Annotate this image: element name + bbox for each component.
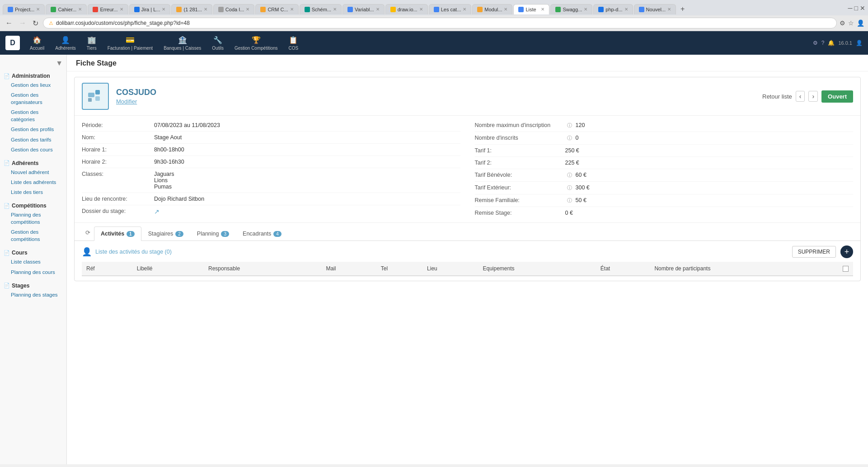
sidebar-link-gestion-organisateurs[interactable]: Gestion des organisateurs: [4, 90, 63, 107]
extensions-icon[interactable]: ⚙: [840, 19, 845, 27]
nav-adherents-label: Adhérents: [55, 46, 76, 51]
browser-tab-crm[interactable]: CRM C... ✕: [255, 4, 298, 14]
tab-close[interactable]: ✕: [624, 7, 628, 12]
tarif-benevole-value: 60 €: [576, 172, 586, 178]
nav-cos-label: COS: [289, 46, 299, 51]
browser-tab-erreur[interactable]: Erreur... ✕: [88, 4, 128, 14]
tab-close[interactable]: ✕: [667, 7, 671, 12]
page-header: Fiche Stage: [67, 55, 868, 71]
tab-activites-label: Activités: [101, 231, 124, 237]
back-button[interactable]: ←: [4, 18, 14, 28]
nav-cos[interactable]: 📋 COS: [284, 33, 303, 53]
remise-familiale-value: 50 €: [576, 197, 586, 203]
browser-tab-project[interactable]: Project... ✕: [3, 4, 45, 14]
nav-tiers[interactable]: 🏢 Tiers: [82, 33, 101, 53]
tab-close[interactable]: ✕: [463, 7, 466, 12]
browser-tab-php[interactable]: php-d... ✕: [593, 4, 633, 14]
tab-activites[interactable]: Activités 1: [94, 226, 141, 241]
browser-tab-coda[interactable]: Coda I... ✕: [213, 4, 255, 14]
tab-encadrants[interactable]: Encadrants 4: [236, 226, 288, 241]
facturation-icon: 💳: [126, 36, 135, 44]
browser-tab-nouvel[interactable]: Nouvel... ✕: [634, 4, 676, 14]
sidebar-link-gestion-profils[interactable]: Gestion des profils: [4, 124, 63, 134]
col-lieu: Lieu: [422, 262, 478, 276]
browser-tab-cahier[interactable]: Cahier... ✕: [46, 4, 87, 14]
nav-outils[interactable]: 🔧 Outils: [207, 33, 228, 53]
tab-close[interactable]: ✕: [246, 7, 249, 12]
nav-tiers-label: Tiers: [87, 46, 97, 51]
select-all-checkbox[interactable]: [843, 266, 849, 272]
browser-tab-1281[interactable]: (1 281... ✕: [171, 4, 212, 14]
nav-accueil[interactable]: 🏠 Accueil: [25, 33, 49, 53]
sidebar-link-gestion-competitions[interactable]: Gestion des compétitions: [4, 227, 63, 244]
tab-close[interactable]: ✕: [504, 7, 507, 12]
tab-close[interactable]: ✕: [162, 7, 165, 12]
nav-banques[interactable]: 🏦 Banques | Caisses: [159, 33, 206, 53]
maximize-button[interactable]: □: [854, 5, 858, 12]
sidebar-link-planning-stages[interactable]: Planning des stages: [4, 290, 63, 300]
help-icon[interactable]: ?: [821, 40, 825, 46]
next-button[interactable]: ›: [808, 91, 818, 102]
browser-tab-jira[interactable]: Jira | L... ✕: [129, 4, 171, 14]
modifier-link[interactable]: Modifier: [116, 98, 156, 105]
sidebar-link-nouvel-adherent[interactable]: Nouvel adhérent: [4, 167, 63, 177]
browser-tab-schema[interactable]: Schém... ✕: [300, 4, 342, 14]
tab-bar: Project... ✕ Cahier... ✕ Erreur... ✕ Jir…: [0, 0, 868, 15]
tab-close[interactable]: ✕: [120, 7, 123, 12]
sidebar-link-gestion-categories[interactable]: Gestion des catégories: [4, 107, 63, 124]
browser-tab-variable[interactable]: Variabl... ✕: [343, 4, 385, 14]
bookmark-icon[interactable]: ☆: [848, 19, 854, 27]
tab-close[interactable]: ✕: [541, 7, 544, 12]
sidebar-link-planning-competitions[interactable]: Planning des compétitions: [4, 210, 63, 227]
svg-rect-1: [95, 90, 100, 94]
external-link-icon[interactable]: ↗: [154, 208, 160, 215]
tab-close[interactable]: ✕: [376, 7, 380, 12]
tab-close[interactable]: ✕: [419, 7, 423, 12]
sidebar-toggle[interactable]: ▼: [0, 58, 66, 68]
sidebar-link-planning-cours[interactable]: Planning des cours: [4, 267, 63, 277]
sidebar-link-liste-classes[interactable]: Liste classes: [4, 257, 63, 267]
activities-list-link[interactable]: Liste des activités du stage (0): [95, 249, 172, 255]
sidebar-link-gestion-tarifs[interactable]: Gestion des tarifs: [4, 135, 63, 145]
nav-gestion-competitions[interactable]: 🏆 Gestion Compétitions: [230, 33, 282, 53]
sidebar-link-gestion-lieux[interactable]: Gestion des lieux: [4, 80, 63, 90]
alert-icon[interactable]: 🔔: [828, 40, 835, 46]
user-avatar[interactable]: 👤: [856, 40, 863, 46]
app-logo[interactable]: D: [5, 36, 20, 50]
nav-adherents[interactable]: 👤 Adhérents: [51, 33, 80, 53]
prev-button[interactable]: ‹: [796, 91, 805, 102]
status-button[interactable]: Ouvert: [821, 90, 853, 103]
supprimer-button[interactable]: SUPPRIMER: [792, 246, 836, 258]
sidebar-link-liste-adherents[interactable]: Liste des adhérents: [4, 177, 63, 187]
tab-stagiaires[interactable]: Stagiaires 2: [141, 226, 190, 241]
browser-tab-liste[interactable]: Liste ✕: [513, 4, 549, 14]
tab-close[interactable]: ✕: [333, 7, 337, 12]
sidebar-link-gestion-cours[interactable]: Gestion des cours: [4, 145, 63, 155]
retour-liste-link[interactable]: Retour liste: [762, 93, 792, 100]
sidebar-link-liste-tiers[interactable]: Liste des tiers: [4, 187, 63, 197]
browser-tab-lescat[interactable]: Les cat... ✕: [429, 4, 472, 14]
add-activity-button[interactable]: +: [840, 245, 853, 258]
new-tab-button[interactable]: +: [677, 3, 688, 15]
close-button[interactable]: ✕: [860, 5, 865, 12]
address-bar[interactable]: ⚠ dolibarr.cosjudo/custom/cos/php/fiche_…: [43, 18, 837, 28]
tab-planning[interactable]: Planning 3: [190, 226, 236, 241]
tab-close[interactable]: ✕: [204, 7, 207, 12]
profile-icon[interactable]: 👤: [857, 19, 864, 27]
tab-close[interactable]: ✕: [290, 7, 294, 12]
nav-facturation[interactable]: 💳 Facturation | Paiement: [103, 33, 157, 53]
browser-tab-drawio[interactable]: draw.io... ✕: [385, 4, 428, 14]
main-content: Fiche Stage COSJUDO Modi: [67, 55, 868, 464]
dossier-value: ↗: [154, 208, 160, 215]
forward-button[interactable]: →: [17, 18, 28, 28]
tab-close[interactable]: ✕: [36, 7, 40, 12]
tab-close[interactable]: ✕: [78, 7, 82, 12]
browser-tab-swagg[interactable]: Swagg... ✕: [550, 4, 592, 14]
browser-tab-modul[interactable]: Modul... ✕: [472, 4, 512, 14]
settings-icon[interactable]: ⚙: [813, 40, 818, 46]
reload-button[interactable]: ↻: [31, 18, 40, 28]
minimize-button[interactable]: ─: [848, 5, 853, 12]
lieu-label: Lieu de rencontre:: [82, 196, 154, 202]
tab-reset-icon[interactable]: ⟳: [82, 226, 94, 241]
tab-close[interactable]: ✕: [584, 7, 587, 12]
